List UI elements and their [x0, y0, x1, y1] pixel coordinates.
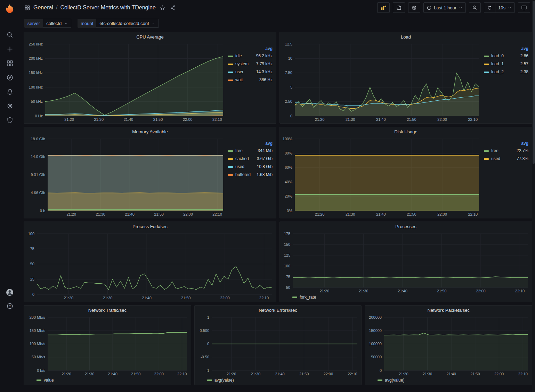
sidebar-item-search[interactable] [4, 31, 16, 39]
svg-text:22:10: 22:10 [468, 212, 478, 216]
zoom-out-icon [472, 5, 478, 10]
legend-item-avg(value)[interactable]: avg(value) [207, 378, 234, 383]
legend-item-idle[interactable]: idle96.2 kHz [228, 54, 273, 58]
panel-title[interactable]: Process Fork/sec [24, 222, 276, 231]
packets-chart[interactable]: 05000010000015000020000021:2021:3021:402… [367, 315, 530, 377]
chevron-down-icon [508, 6, 512, 10]
sidebar-item-alerting[interactable] [4, 87, 16, 96]
svg-text:12.5: 12.5 [285, 42, 292, 46]
processes-chart[interactable]: 507510012515017521:2021:3021:4021:5022:0… [282, 231, 530, 294]
panel-title[interactable]: Network Errors/sec [195, 306, 362, 315]
scrollbar-thumb[interactable] [533, 1, 535, 164]
errors-chart[interactable]: -1-0.5000.500121:2021:3021:4021:5022:002… [197, 315, 359, 377]
fork-chart[interactable]: 025507510021:2021:3021:4021:5022:0022:10 [26, 231, 274, 301]
legend-item-free[interactable]: free22.7% [484, 149, 528, 153]
panel-title[interactable]: CPU Average [24, 32, 276, 41]
legend-item-load_0[interactable]: load_02.86 [484, 54, 528, 58]
legend-series-value: 10.8 Gib [257, 165, 273, 169]
refresh-interval-select[interactable]: 10s [495, 2, 515, 13]
time-range-label: Last 1 hour [434, 5, 456, 10]
panel-title[interactable]: Disk Usage [280, 127, 532, 136]
dashboard-settings-button[interactable] [408, 2, 420, 13]
legend-item-cached[interactable]: cached3.67 Gib [228, 157, 273, 161]
time-range-picker[interactable]: Last 1 hour [423, 2, 466, 13]
chart-canvas[interactable]: 0 Hz50 kHz100 kHz150 kHz200 kHz250 kHz21… [26, 41, 225, 122]
cpu-chart[interactable]: 0 Hz50 kHz100 kHz150 kHz200 kHz250 kHz21… [26, 41, 225, 122]
grafana-home-button[interactable] [4, 3, 16, 15]
legend-swatch [228, 158, 233, 160]
chart-canvas[interactable]: 0 b/s50 Mb/s100 Mb/s150 Mb/s200 Mb/s21:2… [26, 315, 189, 377]
legend-series-name: load_2 [491, 70, 504, 74]
save-dashboard-button[interactable] [393, 2, 405, 13]
legend-avg-header: avg [484, 141, 528, 146]
legend-item-fork_rate[interactable]: fork_rate [292, 295, 316, 300]
sidebar-item-explore[interactable] [4, 73, 16, 82]
legend-item-avg(value)[interactable]: avg(value) [378, 378, 404, 383]
refresh-icon [487, 5, 492, 10]
zoom-out-button[interactable] [469, 2, 481, 13]
server-variable-select[interactable]: collectd [43, 19, 71, 28]
panel-title[interactable]: Load [280, 32, 532, 41]
svg-text:21:30: 21:30 [103, 296, 113, 300]
legend-item-buffered[interactable]: buffered1.68 Mib [228, 173, 273, 177]
svg-text:50000: 50000 [371, 355, 382, 359]
svg-text:5: 5 [290, 85, 292, 89]
svg-text:21:30: 21:30 [94, 117, 104, 122]
sidebar-item-configuration[interactable] [4, 102, 16, 110]
mount-variable-select[interactable]: etc-collectd-collectd.conf [96, 19, 159, 28]
legend-item-user[interactable]: user14.3 kHz [228, 70, 273, 74]
chart-canvas[interactable]: 0 b4.66 Gib9.31 Gib14.0 Gib18.6 Gib21:20… [26, 136, 225, 217]
panel-processes: Processes 507510012515017521:2021:3021:4… [279, 222, 532, 302]
load-chart[interactable]: 02.5057.501012.521:2021:3021:4021:5022:0… [282, 41, 481, 122]
panel-title[interactable]: Network Traffic/sec [24, 306, 191, 315]
svg-text:21:20: 21:20 [399, 372, 408, 376]
svg-text:0 b/s: 0 b/s [37, 368, 45, 373]
chart-canvas[interactable]: -1-0.5000.500121:2021:3021:4021:5022:002… [197, 315, 359, 377]
sidebar-item-dashboards[interactable] [4, 59, 16, 67]
svg-text:50 kHz: 50 kHz [31, 99, 43, 103]
refresh-button[interactable] [484, 2, 495, 13]
sidebar-item-server-admin[interactable] [4, 116, 16, 124]
add-panel-button[interactable] [377, 2, 390, 13]
chart-canvas[interactable]: 025507510021:2021:3021:4021:5022:0022:10 [26, 231, 274, 301]
star-dashboard-button[interactable] [159, 4, 166, 11]
share-dashboard-button[interactable] [169, 4, 177, 11]
panel-title[interactable]: Processes [280, 222, 532, 231]
panel-title[interactable]: Network Packets/sec [365, 306, 532, 315]
legend-item-free[interactable]: free344 Mib [228, 149, 273, 153]
panel-title[interactable]: Memory Available [24, 127, 276, 136]
legend-series-value: 14.3 kHz [256, 70, 273, 74]
legend-item-used[interactable]: used77.3% [484, 157, 528, 161]
legend-item-system[interactable]: system7.79 kHz [228, 62, 273, 66]
svg-text:200 Mb/s: 200 Mb/s [30, 315, 46, 319]
legend-swatch [484, 56, 489, 57]
sidebar-item-help[interactable]: ? [4, 302, 16, 310]
svg-text:1: 1 [207, 315, 209, 319]
sidebar-item-profile[interactable] [4, 288, 16, 297]
legend-item-used[interactable]: used10.8 Gib [228, 165, 273, 169]
gear-icon [6, 102, 14, 110]
breadcrumb-folder[interactable]: General [33, 5, 53, 11]
svg-text:4.66 Gib: 4.66 Gib [31, 191, 45, 195]
vertical-scrollbar[interactable] [532, 0, 535, 392]
svg-text:100%: 100% [283, 137, 292, 141]
sidebar-item-create[interactable] [4, 45, 16, 53]
cycle-view-button[interactable] [518, 2, 530, 13]
legend-series-name: system [235, 62, 249, 66]
svg-text:22:10: 22:10 [468, 117, 478, 122]
chart-canvas[interactable]: 507510012515017521:2021:3021:4021:5022:0… [282, 231, 530, 294]
grafana-logo-icon [5, 4, 15, 14]
chart-canvas[interactable]: 02.5057.501012.521:2021:3021:4021:5022:0… [282, 41, 481, 122]
chart-canvas[interactable]: 05000010000015000020000021:2021:3021:402… [367, 315, 530, 377]
mount-variable: mount etc-collectd-collectd.conf [78, 19, 159, 28]
disk-chart[interactable]: 0%20%40%60%80%100%21:2021:3021:4021:5022… [282, 136, 481, 217]
legend-item-load_2[interactable]: load_22.38 [484, 70, 528, 74]
traffic-chart[interactable]: 0 b/s50 Mb/s100 Mb/s150 Mb/s200 Mb/s21:2… [26, 315, 189, 377]
svg-text:0 Hz: 0 Hz [35, 114, 43, 118]
legend-item-wait[interactable]: wait386 Hz [228, 78, 273, 82]
memory-chart[interactable]: 0 b4.66 Gib9.31 Gib14.0 Gib18.6 Gib21:20… [26, 136, 225, 217]
legend-item-value[interactable]: value [37, 378, 54, 383]
legend-series-value: 2.86 [520, 54, 528, 58]
chart-canvas[interactable]: 0%20%40%60%80%100%21:2021:3021:4021:5022… [282, 136, 481, 217]
legend-item-load_1[interactable]: load_12.57 [484, 62, 528, 66]
